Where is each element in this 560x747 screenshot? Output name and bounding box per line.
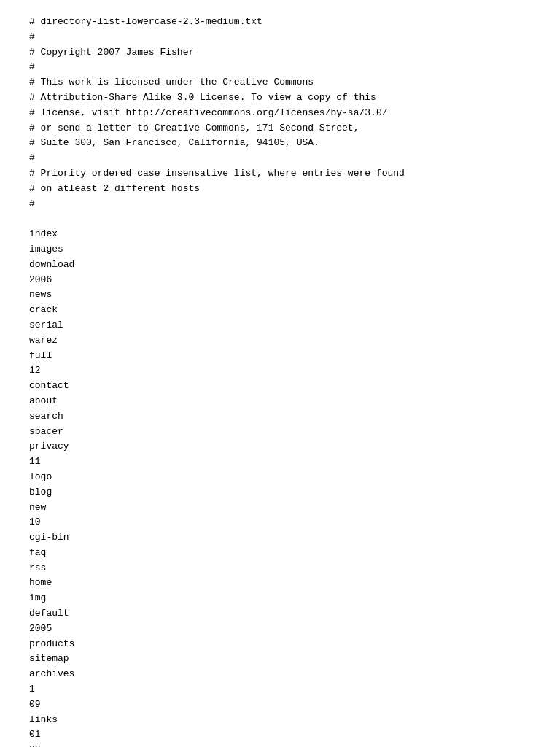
file-content: # directory-list-lowercase-2.3-medium.tx… <box>29 15 531 747</box>
